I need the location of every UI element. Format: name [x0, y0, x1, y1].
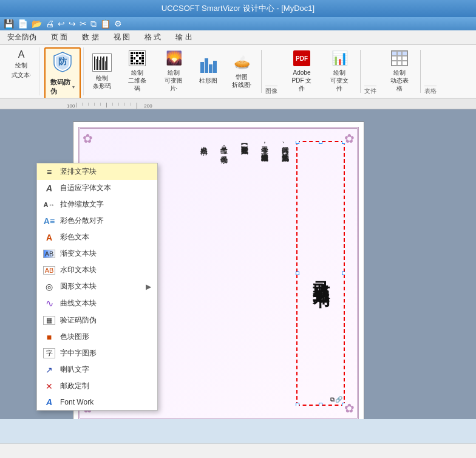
security-dropdown-arrow[interactable]: ▾	[72, 84, 75, 90]
handle-bl[interactable]	[296, 403, 299, 406]
btn-adobe-pdf[interactable]: PDF AdobePDF 文件	[284, 47, 320, 95]
btn-draw-table-label: 绘制动态表格	[388, 69, 411, 92]
menu-output[interactable]: 输 出	[173, 32, 194, 43]
vertical-text-label: 竖排文字块	[60, 166, 151, 177]
dropdown-item-stretch-text[interactable]: A↔ 拉伸缩放文字	[37, 196, 157, 213]
handle-mr[interactable]	[342, 272, 345, 275]
btn-draw-image[interactable]: 🌄 绘制可变图片·	[157, 47, 191, 95]
watermark-block-icon: AB	[43, 266, 55, 275]
menu-data[interactable]: 数 据	[80, 32, 101, 43]
char-in-char-icon: 字	[43, 348, 55, 358]
icon-redo[interactable]: ↪	[67, 19, 77, 29]
font-work-icon: A	[43, 397, 55, 407]
menu-view[interactable]: 视 图	[111, 32, 132, 43]
variable-file-icon: 📊	[332, 50, 348, 66]
doc-column-1: 专业学习，请凭本通知书来校报道，	[258, 141, 271, 406]
icon-new[interactable]: 📄	[16, 19, 29, 29]
icon-copy[interactable]: ⧉	[89, 19, 98, 29]
dropdown-item-shout-text[interactable]: ↗ 喇叭文字	[37, 361, 157, 378]
circle-block-icon: ◎	[43, 282, 55, 292]
bar-chart-icon	[199, 58, 218, 74]
btn-draw-qr-label: 绘制二维条码	[126, 69, 149, 92]
handle-tl[interactable]	[296, 141, 299, 144]
btn-draw-image-label: 绘制可变图片·	[162, 69, 185, 92]
separator-3	[420, 50, 421, 93]
dropdown-item-auto-font[interactable]: A 自适应字体文本	[37, 180, 157, 196]
main-area: ✿ ✿ ✿ ✿ 录取通知书	[0, 109, 476, 419]
stretch-text-label: 拉伸缩放文字	[60, 199, 151, 210]
btn-draw-qr[interactable]: 绘制二维条码	[120, 47, 154, 95]
ruler: 100 200	[0, 98, 476, 109]
dropdown-item-gradient-block[interactable]: AB 渐变文本块	[37, 245, 157, 262]
title-box-icon-copy[interactable]: ⧉	[330, 396, 335, 403]
section-label-table: 表格	[424, 86, 437, 95]
btn-draw-barcode-label: 绘制条形码	[93, 74, 111, 90]
dropdown-item-verify-code[interactable]: ▦ 验证码防伪	[37, 312, 157, 329]
menu-format[interactable]: 格 式	[142, 32, 163, 43]
menu-security[interactable]: 安全防伪	[5, 32, 39, 43]
titlebar: UCCSOFT SmartVizor 设计中心 - [MyDoc1]	[0, 0, 476, 17]
shield-icon: 防	[53, 51, 72, 75]
color-block-icon: ■	[43, 332, 55, 342]
color-text-icon: A	[43, 233, 55, 242]
btn-digital-security[interactable]: 防 数码防伪 ▾	[44, 47, 81, 98]
btn-pie-chart-label: 饼图折线图·	[232, 73, 252, 89]
dropdown-item-vertical-text[interactable]: ≡ 竖排文字块	[37, 163, 157, 180]
dropdown-item-color-block[interactable]: ■ 色块图形	[37, 329, 157, 345]
icon-save[interactable]: 💾	[2, 19, 15, 29]
icon-cut[interactable]: ✂	[78, 19, 88, 29]
title-box-icon-link[interactable]: 🔗	[335, 396, 342, 403]
icon-print[interactable]: 🖨	[44, 19, 55, 29]
btn-bar-chart-label: 柱形图	[199, 77, 217, 85]
btn-draw-barcode[interactable]: 绘制条形码	[86, 47, 118, 95]
icon-undo[interactable]: ↩	[56, 19, 66, 29]
section-label-image: 图像	[265, 86, 277, 95]
dropdown-item-watermark-block[interactable]: AB 水印文本块	[37, 262, 157, 278]
btn-digital-security-label: 数码防伪	[50, 78, 72, 96]
qr-icon	[129, 50, 146, 66]
char-in-char-label: 字中字图形	[60, 348, 151, 358]
auto-font-icon: A	[43, 183, 55, 193]
separator-2	[360, 50, 361, 93]
gradient-block-icon: AB	[43, 250, 55, 258]
pdf-icon: PDF	[293, 50, 310, 66]
doc-column-0: 具体时间、地点见《新生入学须知》。	[278, 141, 291, 406]
btn-draw-variable[interactable]: 📊 绘制可变文件	[322, 47, 356, 95]
menu-page[interactable]: 页 面	[49, 32, 70, 43]
dropdown-item-curve-block[interactable]: ∿ 曲线文本块	[37, 295, 157, 312]
handle-tr[interactable]	[342, 141, 345, 144]
top-icons-bar: 💾 📄 📂 🖨 ↩ ↪ ✂ ⧉ 📋 ⚙	[0, 17, 476, 30]
handle-bm[interactable]	[319, 403, 322, 406]
curve-block-label: 曲线文本块	[60, 298, 151, 309]
color-scatter-label: 彩色分散对齐	[60, 216, 151, 226]
dropdown-item-circle-block[interactable]: ◎ 圆形文本块 ▶	[37, 278, 157, 295]
btn-draw-text[interactable]: A 绘制 式文本·	[7, 47, 35, 81]
icon-open[interactable]: 📂	[30, 19, 43, 29]
image-icon: 🌄	[166, 50, 182, 66]
curve-block-icon: ∿	[43, 298, 55, 309]
btn-bar-chart[interactable]: 柱形图	[193, 47, 223, 95]
section-label-file: 文件	[364, 86, 376, 95]
ribbon-text-section: A 绘制 式文本·	[4, 47, 39, 95]
icon-settings[interactable]: ⚙	[113, 19, 123, 29]
dropdown-menu: ≡ 竖排文字块 A 自适应字体文本 A↔ 拉伸缩放文字 A≡ 彩色分散对齐 A …	[36, 163, 158, 411]
stretch-text-icon: A↔	[43, 201, 55, 208]
btn-pie-chart[interactable]: 🥧 饼图折线图·	[226, 47, 257, 95]
dropdown-item-font-work[interactable]: A Font Work	[37, 394, 157, 410]
doc-title-box[interactable]: 录取通知书 ⧉ 🔗	[296, 141, 345, 406]
dropdown-item-color-text[interactable]: A 彩色文本	[37, 229, 157, 245]
handle-tm[interactable]	[319, 141, 322, 144]
postal-label: 邮政定制	[60, 381, 151, 391]
handle-ml[interactable]	[296, 272, 299, 275]
shout-text-icon: ↗	[43, 365, 55, 375]
btn-draw-variable-label: 绘制可变文件	[328, 69, 351, 92]
dropdown-item-postal[interactable]: ✕ 邮政定制	[37, 378, 157, 394]
icon-paste[interactable]: 📋	[99, 19, 112, 29]
btn-draw-table[interactable]: 绘制动态表格	[382, 47, 416, 95]
table-icon	[391, 50, 408, 66]
shout-text-label: 喇叭文字	[60, 364, 151, 375]
color-scatter-icon: A≡	[43, 216, 55, 226]
dropdown-item-color-scatter[interactable]: A≡ 彩色分散对齐	[37, 213, 157, 229]
verify-code-icon: ▦	[43, 316, 55, 325]
dropdown-item-char-in-char[interactable]: 字 字中字图形	[37, 345, 157, 361]
